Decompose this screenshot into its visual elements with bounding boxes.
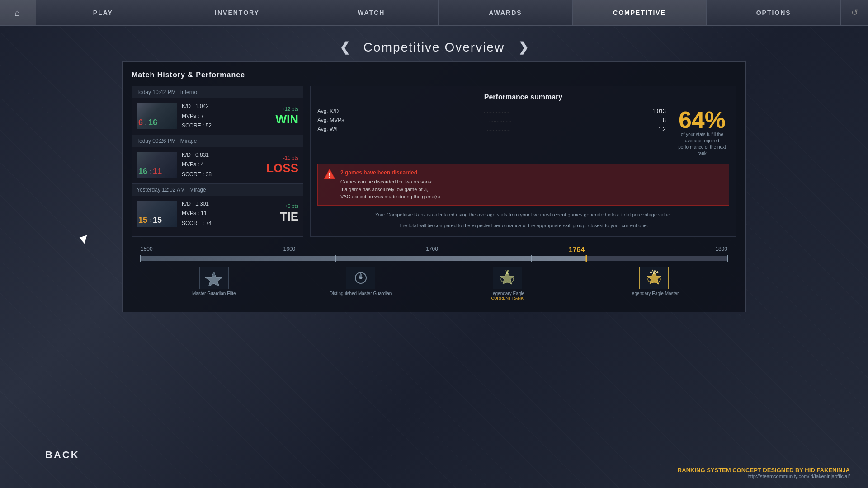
rank-val-1700: 1700 xyxy=(426,246,438,254)
score-display-3: 15 : 15 xyxy=(138,216,162,225)
match-1-mvps: MVPs : 7 xyxy=(182,112,253,122)
current-rank-text: CURRENT RANK xyxy=(434,296,581,300)
next-page-arrow[interactable]: ❯ xyxy=(518,40,528,55)
svg-text:!: ! xyxy=(329,172,331,179)
nav-inventory[interactable]: INVENTORY xyxy=(170,0,305,25)
score-sep-1: : xyxy=(145,119,146,127)
performance-panel: Performance summary Avg. K/D ...........… xyxy=(310,86,736,237)
rank-values: 1500 1600 1700 1764 1800 xyxy=(141,246,727,254)
lem-label: Legendary Eagle Master xyxy=(581,291,728,296)
dmg-label: Distinguished Master Guardian xyxy=(288,291,434,296)
rank-bar-marker xyxy=(586,255,587,262)
rank-tick-0 xyxy=(140,255,141,262)
match-2-map: Mirage xyxy=(180,138,197,144)
back-button[interactable]: BACK xyxy=(45,449,80,461)
discard-reason2: If a game has absolutely low game of 3, xyxy=(340,186,440,193)
lem-icon xyxy=(643,269,665,286)
perf-kd-value: 1.013 xyxy=(652,108,666,114)
back-section: BACK xyxy=(45,449,80,461)
match-1-pts: +12 pts xyxy=(258,106,298,112)
perf-mvps-row: Avg. MVPs ............... 8 xyxy=(317,117,666,123)
perf-stats: Avg. K/D ................. 1.013 Avg. MV… xyxy=(317,108,729,157)
nav-options-label: OPTIONS xyxy=(756,9,791,16)
page-title: Competitive Overview xyxy=(363,40,505,55)
perf-info-text2: The total will be compared to the expect… xyxy=(317,222,729,230)
warning-icon: ! xyxy=(323,169,336,181)
perf-info-text1: Your Competitive Rank is calculated usin… xyxy=(317,211,729,219)
match-3-date: Yesterday 12:02 AM xyxy=(137,187,185,193)
nav-watch[interactable]: WATCH xyxy=(304,0,439,25)
rank-icon-mge: Master Guardian Elite xyxy=(141,267,288,300)
match-stats-2: K/D : 0.831 MVPs : 4 SCORE : 38 xyxy=(182,150,253,180)
discard-reason1: Games can be discarded for two reasons: xyxy=(340,178,440,186)
match-body-2[interactable]: 16 : 11 K/D : 0.831 MVPs : 4 SCORE : 38 … xyxy=(132,147,303,183)
discard-reason3: VAC execution was made during the game(s… xyxy=(340,193,440,201)
perf-kd-row: Avg. K/D ................. 1.013 xyxy=(317,108,666,114)
match-2-pts: -11 pts xyxy=(258,155,298,160)
score-sep-2: : xyxy=(149,168,151,175)
rank-tick-1 xyxy=(335,255,336,262)
nav-home[interactable]: ⌂ xyxy=(0,0,36,25)
score-sep-3: : xyxy=(149,216,151,224)
rank-icon-box-dmg xyxy=(346,267,375,289)
perf-title: Performance summary xyxy=(317,93,729,101)
match-1-result: WIN xyxy=(258,113,298,127)
match-result-2: -11 pts LOSS xyxy=(258,155,298,175)
svg-point-7 xyxy=(359,277,362,279)
match-screenshot-1: 6 : 16 xyxy=(137,103,177,129)
perf-pct-desc: of your stats fulfill the average requir… xyxy=(675,131,729,157)
match-result-1: +12 pts WIN xyxy=(258,106,298,127)
nav-refresh[interactable]: ↺ xyxy=(841,0,868,25)
perf-pct-value: 64% xyxy=(675,108,729,131)
nav-options[interactable]: OPTIONS xyxy=(707,0,841,25)
discard-warning: ! 2 games have been discarded Games can … xyxy=(317,164,729,206)
nav-play[interactable]: PLAY xyxy=(36,0,170,25)
match-screenshot-2: 16 : 11 xyxy=(137,152,177,178)
perf-wl-row: Avg. W/L ................ 1.2 xyxy=(317,126,666,132)
perf-numbers: Avg. K/D ................. 1.013 Avg. MV… xyxy=(317,108,666,157)
mge-icon xyxy=(203,269,225,286)
dmg-icon xyxy=(349,269,372,286)
nav-play-label: PLAY xyxy=(93,9,113,16)
nav-awards[interactable]: AWARDS xyxy=(439,0,573,25)
perf-kd-label: Avg. K/D xyxy=(317,108,484,114)
score-display-1: 6 : 16 xyxy=(138,118,157,127)
svg-marker-19 xyxy=(656,271,658,273)
nav-competitive-label: COMPETITIVE xyxy=(613,9,666,16)
content-layout: Today 10:42 PM Inferno 6 : 16 xyxy=(132,86,736,237)
home-icon: ⌂ xyxy=(14,8,21,18)
match-2-result: LOSS xyxy=(258,161,298,175)
match-body-3[interactable]: 15 : 15 K/D : 1.301 MVPs : 11 SCORE : 74… xyxy=(132,196,303,232)
match-2-score: SCORE : 38 xyxy=(182,170,253,180)
match-3-map: Mirage xyxy=(189,187,206,193)
rank-tick-3 xyxy=(727,255,728,262)
score-right-3: 15 xyxy=(153,216,162,225)
rank-icon-lem: Legendary Eagle Master xyxy=(581,267,728,300)
match-header-2: Today 09:26 PM Mirage xyxy=(132,135,303,147)
match-1-date: Today 10:42 PM xyxy=(137,89,176,95)
score-left-1: 6 xyxy=(138,118,143,127)
score-right-2: 11 xyxy=(153,167,162,176)
main-content: ❮ Competitive Overview ❯ Match History &… xyxy=(0,26,868,326)
perf-wl-dots: ................ xyxy=(487,126,656,132)
match-1-map: Inferno xyxy=(180,89,197,95)
warning-triangle-icon: ! xyxy=(323,168,336,180)
rank-val-1500: 1500 xyxy=(141,246,153,254)
page-title-bar: ❮ Competitive Overview ❯ xyxy=(122,40,746,55)
match-screenshot-3: 15 : 15 xyxy=(137,201,177,227)
match-2-kd: K/D : 0.831 xyxy=(182,150,253,160)
nav-inventory-label: INVENTORY xyxy=(215,9,259,16)
match-stats-1: K/D : 1.042 MVPs : 7 SCORE : 52 xyxy=(182,102,253,131)
match-2-mvps: MVPs : 4 xyxy=(182,160,253,170)
nav-bar: ⌂ PLAY INVENTORY WATCH AWARDS COMPETITIV… xyxy=(0,0,868,26)
footer-credit: RANKING SYSTEM CONCEPT DESIGNED BY HID F… xyxy=(678,467,850,479)
nav-competitive[interactable]: COMPETITIVE xyxy=(573,0,707,25)
match-3-result: TIE xyxy=(258,210,298,224)
nav-awards-label: AWARDS xyxy=(489,9,522,16)
rank-bar-section: 1500 1600 1700 1764 1800 xyxy=(132,246,736,303)
match-body-1[interactable]: 6 : 16 K/D : 1.042 MVPs : 7 SCORE : 52 +… xyxy=(132,98,303,135)
match-entry-3: Yesterday 12:02 AM Mirage 15 : 15 xyxy=(132,184,303,233)
prev-page-arrow[interactable]: ❮ xyxy=(340,40,350,55)
refresh-icon: ↺ xyxy=(851,8,858,18)
match-3-kd: K/D : 1.301 xyxy=(182,199,253,209)
